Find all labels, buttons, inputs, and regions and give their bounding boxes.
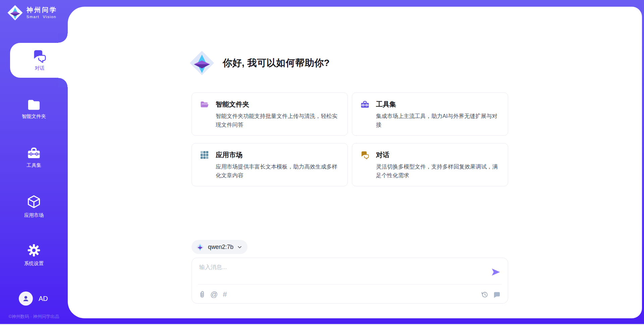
chevron-down-icon [237,245,242,250]
toolbox-icon [27,147,41,159]
avatar [19,291,33,306]
chat-bubbles-icon [360,151,369,159]
briefcase-icon [360,101,369,109]
app-logo: 神州问学 Smart Vision [7,4,57,21]
model-logo-icon [196,243,204,251]
feature-card-toolset[interactable]: 工具集 集成市场上主流工具，助力AI与外界无缝扩展与对接 [352,92,508,136]
sidebar-item-app-market[interactable]: 应用市场 [0,194,68,218]
greeting: 你好, 我可以如何帮助你? [189,50,330,76]
sidebar-item-label: 对话 [35,65,45,71]
greeting-title: 你好, 我可以如何帮助你? [223,57,330,69]
sidebar-item-label: 应用市场 [24,212,44,218]
tab-fillet-top [58,34,68,43]
message-input[interactable] [199,263,485,281]
folder-open-icon [200,101,209,108]
user-account[interactable]: AD [19,291,48,306]
user-initials: AD [39,295,48,303]
hashtag-icon[interactable]: # [223,291,227,298]
mention-icon[interactable]: @ [210,291,218,298]
card-title: 工具集 [376,100,396,109]
chat-icon [33,49,47,63]
card-description: 集成市场上主流工具，助力AI与外界无缝扩展与对接 [376,112,500,129]
attachment-icon[interactable] [199,291,205,298]
card-title: 智能文件夹 [216,100,249,109]
feature-card-chat[interactable]: 对话 灵活切换多模型文件，支持多样回复效果调试，满足个性化需求 [352,143,508,186]
history-icon[interactable] [481,291,488,298]
main-panel: 你好, 我可以如何帮助你? 智能文件夹 智能文件夹功能支持批量文件上传与清洗，轻… [68,7,642,318]
sidebar-item-label: 系统设置 [24,260,44,267]
app-title: 神州问学 [26,7,57,14]
app-logo-icon [7,4,23,21]
feature-cards: 智能文件夹 智能文件夹功能支持批量文件上传与清洗，轻松实现文件问答 工具集 集成… [192,92,508,186]
sidebar-item-toolset[interactable]: 工具集 [0,147,68,169]
sidebar-item-label: 智能文件夹 [22,113,46,120]
card-description: 灵活切换多模型文件，支持多样回复效果调试，满足个性化需求 [376,162,500,180]
sidebar-item-smart-folders[interactable]: 智能文件夹 [0,99,68,120]
app-subtitle: Smart Vision [26,15,57,19]
grid-cube-icon [200,151,209,159]
feature-card-app-market[interactable]: 应用市场 应用市场提供丰富长文本模板，助力高效生成多样化文章内容 [192,143,348,186]
feature-card-smart-folders[interactable]: 智能文件夹 智能文件夹功能支持批量文件上传与清洗，轻松实现文件问答 [192,92,348,136]
composer-divider [198,284,502,284]
message-composer: @ # [192,258,508,304]
tab-fillet-bottom [58,78,68,87]
chat-bubble-icon[interactable] [493,291,500,298]
card-title: 对话 [376,150,389,159]
card-description: 智能文件夹功能支持批量文件上传与清洗，轻松实现文件问答 [216,112,339,129]
assistant-logo-icon [189,50,215,76]
copyright-footer: ©神州数码 · 神州问学出品 [0,314,68,320]
send-icon[interactable] [491,268,500,276]
gear-icon [27,243,41,257]
sidebar-item-label: 工具集 [26,162,41,169]
folder-icon [28,99,40,110]
cube-icon [26,194,41,209]
sidebar-item-settings[interactable]: 系统设置 [0,243,68,267]
sidebar: 神州问学 Smart Vision 对话 智能文件夹 [0,0,68,325]
card-title: 应用市场 [216,150,243,159]
card-description: 应用市场提供丰富长文本模板，助力高效生成多样化文章内容 [216,162,339,180]
model-selector[interactable]: qwen2:7b [192,240,248,254]
model-name: qwen2:7b [208,244,233,251]
